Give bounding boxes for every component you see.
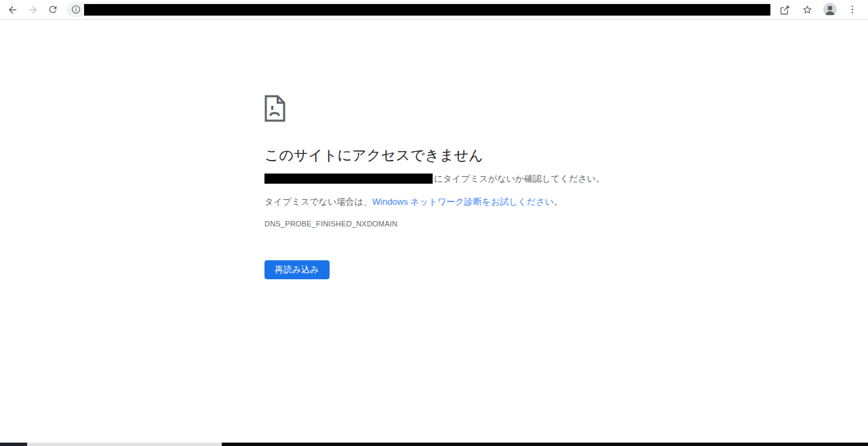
error-page: このサイトにアクセスできません にタイプミスがないか確認してください。 タイプミ… <box>264 95 644 279</box>
bottom-edge-dark-left <box>0 443 27 446</box>
share-icon <box>779 3 791 16</box>
sad-file-icon <box>264 95 285 122</box>
reload-page-button[interactable]: 再読み込み <box>264 260 330 279</box>
reload-button[interactable] <box>47 4 58 15</box>
browser-menu-button[interactable] <box>847 4 858 15</box>
page-info-icon[interactable] <box>71 5 81 14</box>
bottom-edge-redaction <box>222 443 868 446</box>
error-line1-text: にタイプミスがないか確認してください。 <box>434 173 605 184</box>
redacted-hostname <box>264 174 433 184</box>
forward-arrow-icon <box>27 4 39 16</box>
error-code: DNS_PROBE_FINISHED_NXDOMAIN <box>264 220 644 228</box>
three-dots-icon <box>847 4 858 15</box>
bookmark-star-button[interactable] <box>802 4 813 16</box>
browser-toolbar <box>0 0 868 20</box>
reload-icon <box>47 4 58 15</box>
toolbar-action-group <box>772 3 868 16</box>
forward-button[interactable] <box>27 4 39 16</box>
error-message-line1: にタイプミスがないか確認してください。 <box>264 173 644 184</box>
error-title: このサイトにアクセスできません <box>264 146 644 164</box>
nav-button-group <box>0 4 66 16</box>
profile-avatar-button[interactable] <box>823 3 837 16</box>
error-line2-suffix: 。 <box>554 197 563 207</box>
address-bar[interactable] <box>66 2 772 17</box>
error-message-line2: タイプミスでない場合は、Windows ネットワーク診断をお試しください。 <box>264 196 644 207</box>
network-diagnostics-link[interactable]: Windows ネットワーク診断をお試しください <box>372 197 554 207</box>
back-button[interactable] <box>7 4 18 16</box>
error-line2-prefix: タイプミスでない場合は、 <box>264 197 372 207</box>
bottom-edge-gray <box>27 443 222 446</box>
back-arrow-icon <box>7 4 18 16</box>
person-icon <box>823 3 837 16</box>
url-redaction-bar <box>84 4 770 16</box>
share-button[interactable] <box>779 3 791 16</box>
star-icon <box>802 4 813 16</box>
